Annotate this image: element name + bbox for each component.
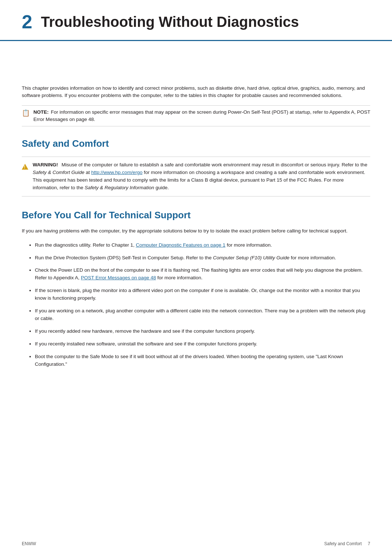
- bullet-text-4: If the screen is blank, plug the monitor…: [35, 288, 360, 301]
- list-item: Boot the computer to the Safe Mode to se…: [35, 353, 370, 368]
- warning-text: WARNING! Misuse of the computer or failu…: [33, 161, 370, 192]
- list-item: Run the diagnostics utility. Refer to Ch…: [35, 242, 370, 249]
- list-item: Run the Drive Protection System (DPS) Se…: [35, 254, 370, 262]
- page-footer: ENWW Safety and Comfort 7: [22, 541, 370, 546]
- warning-body-1: Misuse of the computer or failure to est…: [62, 162, 367, 167]
- computer-diagnostic-link[interactable]: Computer Diagnostic Features on page 1: [136, 242, 225, 248]
- footer-page-number: 7: [368, 541, 370, 546]
- post-error-link[interactable]: POST Error Messages on page 48: [81, 275, 156, 280]
- list-item: Check the Power LED on the front of the …: [35, 267, 370, 282]
- note-text: NOTE:For information on specific error m…: [33, 109, 370, 123]
- list-item: If you recently added new hardware, remo…: [35, 328, 370, 335]
- note-icon: 📋: [22, 109, 30, 117]
- note-label: NOTE:: [33, 109, 49, 115]
- support-section-heading: Before You Call for Technical Support: [22, 210, 370, 222]
- list-item: If you are working on a network, plug an…: [35, 307, 370, 323]
- footer-section-name: Safety and Comfort: [324, 541, 362, 546]
- bullet-text-6: If you recently added new hardware, remo…: [35, 328, 255, 334]
- bullet-text-1b: for more information.: [225, 242, 272, 248]
- computer-setup-guide: Computer Setup (F10) Utility Guide: [213, 255, 290, 260]
- bullet-text-1a: Run the diagnostics utility. Refer to Ch…: [35, 242, 136, 248]
- page-container: 2 Troubleshooting Without Diagnostics Th…: [0, 0, 392, 555]
- bullet-text-2b: for more information.: [290, 255, 336, 260]
- footer-page-info: Safety and Comfort 7: [324, 541, 370, 546]
- bullet-text-3b: for more information.: [156, 275, 203, 280]
- chapter-number: 2: [22, 11, 32, 33]
- ergo-link[interactable]: http://www.hp.com/ergo: [91, 170, 142, 175]
- list-item: If the screen is blank, plug the monitor…: [35, 287, 370, 302]
- support-section-intro: If you are having problems with the comp…: [22, 227, 370, 235]
- safety-reg-italic: Safety & Regulatory Information: [85, 185, 154, 190]
- chapter-header: 2 Troubleshooting Without Diagnostics: [0, 0, 392, 41]
- warning-body-4: guide.: [154, 185, 169, 190]
- bullet-text-2a: Run the Drive Protection System (DPS) Se…: [35, 255, 213, 260]
- list-item: If you recently installed new software, …: [35, 340, 370, 348]
- footer-enww: ENWW: [22, 541, 36, 546]
- bullet-text-7: If you recently installed new software, …: [35, 341, 257, 347]
- bullet-text-8: Boot the computer to the Safe Mode to se…: [35, 354, 343, 367]
- safety-guide-italic: Safety & Comfort Guide: [33, 170, 85, 175]
- warning-box: ! WARNING! Misuse of the computer or fai…: [22, 157, 370, 197]
- bullet-text-5: If you are working on a network, plug an…: [35, 308, 366, 321]
- chapter-title: Troubleshooting Without Diagnostics: [41, 14, 299, 30]
- safety-section-heading: Safety and Comfort: [22, 138, 370, 151]
- warning-label: WARNING!: [33, 162, 58, 167]
- main-content: This chapter provides information on how…: [0, 85, 392, 402]
- support-bullet-list: Run the diagnostics utility. Refer to Ch…: [22, 242, 370, 368]
- note-body: For information on specific error messag…: [33, 109, 370, 122]
- warning-body-2: at: [85, 170, 91, 175]
- warning-triangle-icon: !: [22, 162, 29, 172]
- note-box: 📋 NOTE:For information on specific error…: [22, 105, 370, 127]
- intro-paragraph: This chapter provides information on how…: [22, 85, 370, 100]
